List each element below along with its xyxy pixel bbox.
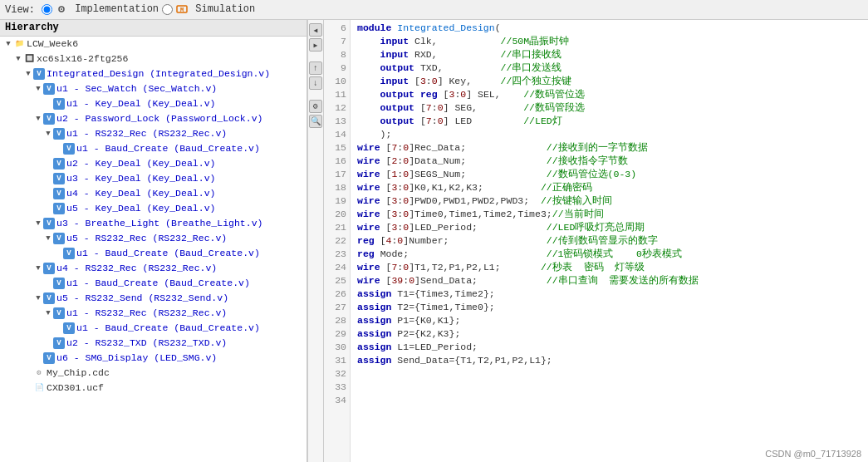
kd1-label: u1 - Key_Deal (Key_Deal.v): [66, 97, 215, 111]
kd4-label: u4 - Key_Deal (Key_Deal.v): [66, 187, 215, 200]
v-icon-int: V: [33, 68, 45, 80]
tree-item-key-deal2[interactable]: V u2 - Key_Deal (Key_Deal.v): [0, 156, 306, 171]
v-icon-smg: V: [43, 352, 55, 364]
vert-btn-4[interactable]: ↓: [309, 76, 322, 90]
tree-item-rs232-rec4[interactable]: ▼ V u1 - RS232_Rec (RS232_Rec.v): [0, 306, 306, 321]
sim-icon: M: [176, 3, 188, 15]
code-line-34: assign Send_Data={T1,T2,P1,P2,L1};: [357, 354, 868, 367]
expand-icon-smg: [33, 353, 43, 363]
tree-item-cxd[interactable]: 📄 CXD301.ucf: [0, 381, 306, 396]
tree-item-rs232-rec2[interactable]: ▼ V u5 - RS232_Rec (RS232_Rec.v): [0, 231, 306, 246]
tree-item-smg[interactable]: V u6 - SMG_Display (LED_SMG.v): [0, 351, 306, 366]
vert-btn-1[interactable]: ◀: [309, 23, 322, 37]
code-line-18: wire [2:0]Data_Num; //接收指令字节数: [357, 155, 868, 168]
expand-icon-kd4: [43, 189, 53, 199]
expand-icon-rr1[interactable]: ▼: [43, 129, 53, 139]
code-line-32: assign P2={K2,K3};: [357, 327, 868, 341]
right-panel: 6 7 8 9 10 11 12 13 14 15 16 17 18 19 20…: [324, 20, 868, 462]
rs-label: u5 - RS232_Send (RS232_Send.v): [56, 292, 228, 305]
expand-icon-kd2: [43, 159, 53, 169]
tree-item-int-design[interactable]: ▼ V Integrated_Design (Integrated_Design…: [0, 66, 306, 81]
tree-item-mychip[interactable]: ⚙ My_Chip.cdc: [0, 366, 306, 381]
expand-icon-rr2[interactable]: ▼: [43, 233, 53, 243]
hierarchy-header: Hierarchy: [0, 20, 306, 37]
tree-item-baud3[interactable]: V u1 - Baud_Create (Baud_Create.v): [0, 276, 306, 291]
expand-icon-pwd[interactable]: ▼: [33, 114, 43, 124]
view-label: View:: [5, 4, 35, 16]
tree-item-breathe[interactable]: ▼ V u3 - Breathe_Light (Breathe_Light.v): [0, 216, 306, 231]
expand-icon-int[interactable]: ▼: [23, 69, 33, 79]
code-line-22: wire [3:0]Time0,Time1,Time2,Time3;//当前时间: [357, 208, 868, 221]
code-line-21: wire [3:0]PWD0,PWD1,PWD2,PWD3; //按键输入时间: [357, 194, 868, 208]
code-line-17: wire [7:0]Rec_Data; //接收到的一字节数据: [357, 141, 868, 155]
expand-icon-kd5: [43, 204, 53, 214]
tree-item-key-deal3[interactable]: V u3 - Key_Deal (Key_Deal.v): [0, 171, 306, 186]
v-icon-kd4: V: [53, 188, 65, 199]
expand-icon-lcw[interactable]: ▼: [3, 39, 13, 49]
vert-btn-2[interactable]: ▶: [309, 38, 322, 52]
tree-item-pwd-lock[interactable]: ▼ V u2 - Password_Lock (Password_Lock.v): [0, 111, 306, 126]
code-line-33: assign L1=LED_Period;: [357, 341, 868, 354]
bc4-label: u1 - Baud_Create (Baud_Create.v): [76, 322, 260, 335]
tree-item-sec-watch[interactable]: ▼ V u1 - Sec_Watch (Sec_Watch.v): [0, 81, 306, 96]
sim-label: M Simulation: [176, 3, 255, 15]
code-line-20: wire [3:0]K0,K1,K2,K3; //正确密码: [357, 181, 868, 194]
lcw-label: LCW_Week6: [27, 37, 78, 51]
expand-icon-rtxd: [43, 338, 53, 348]
svg-point-1: [61, 8, 62, 10]
expand-icon-rr3[interactable]: ▼: [33, 263, 43, 273]
file-icon-mc: ⚙: [33, 367, 45, 379]
v-icon-bc1: V: [63, 143, 75, 155]
v-icon-bc2: V: [63, 248, 75, 259]
code-line-25: reg Mode; //1密码锁模式 0秒表模式: [357, 248, 868, 261]
v-icon-sec: V: [43, 83, 55, 95]
expand-icon-kd1: [43, 99, 53, 109]
tree-item-key-deal1[interactable]: V u1 - Key_Deal (Key_Deal.v): [0, 96, 306, 111]
tree-item-baud2[interactable]: V u1 - Baud_Create (Baud_Create.v): [0, 246, 306, 261]
bc2-label: u1 - Baud_Create (Baud_Create.v): [76, 247, 260, 260]
tree-item-xc6s[interactable]: ▼ 🔲 xc6slx16-2ftg256: [0, 52, 306, 66]
impl-label: Implementation: [56, 3, 159, 15]
tree-item-baud4[interactable]: V u1 - Baud_Create (Baud_Create.v): [0, 321, 306, 336]
gear-icon: [56, 3, 67, 15]
v-icon-br: V: [43, 218, 55, 229]
tree-container[interactable]: ▼ 📁 LCW_Week6 ▼ 🔲 xc6slx16-2ftg256 ▼ V I…: [0, 37, 306, 462]
vert-btn-3[interactable]: ↑: [309, 61, 322, 75]
tree-item-rs232-rec3[interactable]: ▼ V u4 - RS232_Rec (RS232_Rec.v): [0, 261, 306, 276]
vert-toolbar: ◀ ▶ ↑ ↓ ⚙ 🔍: [307, 20, 324, 462]
vert-btn-5[interactable]: ⚙: [309, 100, 322, 113]
expand-icon-xc6s[interactable]: ▼: [13, 54, 23, 64]
chip-icon: 🔲: [23, 53, 35, 65]
expand-icon-rr4[interactable]: ▼: [43, 308, 53, 318]
expand-icon-sec[interactable]: ▼: [33, 84, 43, 94]
line-numbers: 6 7 8 9 10 11 12 13 14 15 16 17 18 19 20…: [324, 20, 351, 462]
rr4-label: u1 - RS232_Rec (RS232_Rec.v): [66, 307, 227, 320]
kd3-label: u3 - Key_Deal (Key_Deal.v): [66, 172, 215, 185]
v-icon-kd2: V: [53, 158, 65, 170]
int-label: Integrated_Design (Integrated_Design.v): [47, 67, 270, 81]
code-line-11: input [3:0] Key, //四个独立按键: [357, 75, 868, 88]
tree-item-rs232-send[interactable]: ▼ V u5 - RS232_Send (RS232_Send.v): [0, 291, 306, 306]
tree-item-rs232-rec1[interactable]: ▼ V u1 - RS232_Rec (RS232_Rec.v): [0, 126, 306, 141]
tree-item-rs232-txd[interactable]: V u2 - RS232_TXD (RS232_TXD.v): [0, 336, 306, 351]
watermark: CSDN @m0_71713928: [765, 449, 861, 459]
code-line-7: module Integrated_Design(: [357, 22, 868, 35]
tree-item-baud1[interactable]: V u1 - Baud_Create (Baud_Create.v): [0, 141, 306, 156]
code-line-12: output reg [3:0] SEL, //数码管位选: [357, 88, 868, 101]
main-area: Hierarchy ▼ 📁 LCW_Week6 ▼ 🔲 xc6slx16-2ft…: [0, 20, 868, 462]
v-icon-pwd: V: [43, 113, 55, 125]
rr2-label: u5 - RS232_Rec (RS232_Rec.v): [66, 232, 227, 245]
expand-icon-cxd: [23, 383, 33, 393]
code-editor[interactable]: module Integrated_Design( input Clk, //5…: [351, 20, 868, 462]
tree-item-key-deal5[interactable]: V u5 - Key_Deal (Key_Deal.v): [0, 201, 306, 216]
vert-btn-6[interactable]: 🔍: [309, 115, 322, 128]
expand-icon-br[interactable]: ▼: [33, 219, 43, 229]
bc1-label: u1 - Baud_Create (Baud_Create.v): [76, 142, 260, 155]
code-line-8: input Clk, //50M晶振时钟: [357, 35, 868, 48]
expand-icon-rs[interactable]: ▼: [33, 293, 43, 303]
sim-radio[interactable]: [162, 4, 173, 15]
code-line-13: output [7:0] SEG, //数码管段选: [357, 101, 868, 115]
tree-item-lcw[interactable]: ▼ 📁 LCW_Week6: [0, 37, 306, 52]
impl-radio[interactable]: [42, 4, 52, 15]
tree-item-key-deal4[interactable]: V u4 - Key_Deal (Key_Deal.v): [0, 186, 306, 201]
